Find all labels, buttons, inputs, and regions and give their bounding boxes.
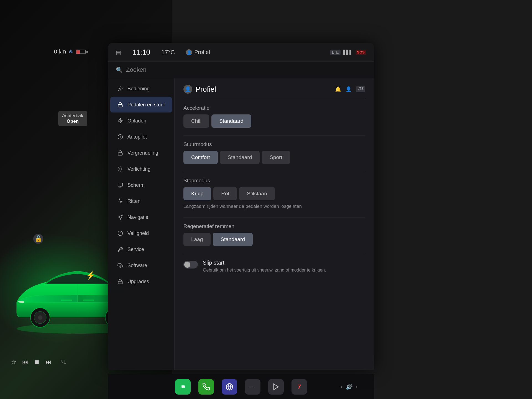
regen-btn-group: Laag Standaard [183, 233, 365, 246]
svg-line-23 [122, 167, 122, 168]
calendar-number: 7 [298, 383, 301, 390]
slip-start-row: Slip start Gebruik om het voertuig uit s… [183, 260, 365, 273]
battery-indicator [76, 50, 88, 54]
sidebar-item-veiligheid[interactable]: Veiligheid [110, 226, 172, 241]
btn-standaard-stuur[interactable]: Standaard [220, 151, 260, 164]
header-profile[interactable]: 👤 Profiel [186, 49, 210, 55]
search-placeholder: Zoeken [126, 66, 146, 73]
btn-rol[interactable]: Rol [213, 187, 237, 200]
svg-point-3 [38, 315, 42, 320]
stuurmodus-btn-group: Comfort Standaard Sport [183, 151, 365, 164]
svg-point-15 [119, 168, 121, 170]
svg-rect-14 [118, 153, 122, 155]
btn-sport[interactable]: Sport [262, 151, 290, 164]
svg-point-10 [120, 88, 121, 89]
sos-badge: SOS [355, 50, 366, 55]
achterbak-label: Achterbak [62, 113, 83, 119]
sidebar-item-service[interactable]: Service [110, 242, 172, 257]
pedalen-icon [117, 101, 124, 108]
sidebar-item-upgrades[interactable]: Upgrades [110, 274, 172, 289]
navigatie-icon [117, 214, 124, 221]
stop-icon[interactable]: ⏹ [34, 359, 40, 366]
sidebar-label-bediening: Bediening [127, 86, 150, 92]
btn-comfort[interactable]: Comfort [183, 151, 218, 164]
sidebar-label-verlichting: Verlichting [127, 166, 150, 172]
signal-bars: ▌▌▌ [343, 50, 353, 55]
regen-block: Regeneratief remmen Laag Standaard [183, 223, 365, 246]
header-profile-label: Profiel [194, 49, 210, 55]
sidebar-label-vergrendeling: Vergrendeling [127, 150, 158, 156]
volume-icon[interactable]: 🔊 [346, 383, 353, 390]
sidebar-label-navigatie: Navigatie [127, 214, 148, 220]
slip-start-title: Slip start [203, 260, 365, 266]
btn-standaard-accel[interactable]: Standaard [211, 114, 251, 128]
sidebar-item-verlichting[interactable]: Verlichting [110, 161, 172, 177]
star-icon[interactable]: ☆ [11, 359, 17, 366]
taskbar-calendar[interactable]: 7 [291, 379, 307, 395]
prev-track-icon[interactable]: ⏮ [22, 359, 28, 366]
sidebar-label-software: Software [127, 263, 147, 268]
chevron-left-icon[interactable]: ‹ [341, 384, 342, 389]
taskbar-spotify[interactable] [175, 379, 191, 395]
chevron-right-icon[interactable]: › [356, 384, 357, 389]
lte-badge: LTE [330, 50, 341, 55]
svg-rect-24 [118, 183, 123, 186]
achterbak-badge: Achterbak Open [58, 111, 87, 126]
sidebar-item-bediening[interactable]: Bediening [110, 81, 172, 96]
next-track-icon[interactable]: ⏭ [45, 359, 52, 366]
panel-header: ▤ 11:10 17°C 👤 Profiel LTE ▌▌▌ SOS [108, 43, 374, 62]
svg-point-33 [180, 383, 186, 390]
taskbar-browser[interactable] [222, 379, 237, 395]
profile-icon-large: 👤 [183, 85, 192, 94]
search-bar[interactable]: 🔍 Zoeken [108, 62, 374, 78]
sidebar-item-opladen[interactable]: Opladen [110, 113, 172, 129]
km-value: 0 km [54, 48, 66, 55]
sidebar-label-veiligheid: Veiligheid [127, 231, 149, 236]
sidebar-label-pedalen: Pedalen en stuur [127, 102, 165, 108]
svg-marker-27 [118, 215, 123, 219]
bell-icon[interactable]: 🔔 [335, 86, 341, 92]
btn-stilstaan[interactable]: Stilstaan [239, 187, 275, 200]
btn-kruip[interactable]: Kruip [183, 187, 211, 200]
sidebar-item-ritten[interactable]: Ritten [110, 193, 172, 209]
header-icon: ▤ [116, 49, 121, 56]
sidebar-item-scherm[interactable]: Scherm [110, 177, 172, 193]
profile-title: Profiel [196, 85, 216, 94]
taskbar-phone[interactable] [198, 379, 214, 395]
main-panel: ▤ 11:10 17°C 👤 Profiel LTE ▌▌▌ SOS 🔍 Zoe… [108, 43, 374, 370]
svg-rect-8 [61, 300, 72, 301]
search-icon: 🔍 [116, 66, 123, 73]
regen-label: Regeneratief remmen [183, 223, 365, 229]
sidebar-item-autopilot[interactable]: Autopilot [110, 129, 172, 145]
svg-rect-9 [83, 300, 94, 301]
profile-icons-right: 🔔 👤 LTE [335, 86, 365, 92]
software-icon [117, 262, 124, 269]
sidebar-item-software[interactable]: Software [110, 258, 172, 273]
btn-laag[interactable]: Laag [183, 233, 211, 246]
lock-icon: 🔓 [33, 234, 43, 244]
svg-line-22 [119, 170, 119, 171]
taskbar-media[interactable] [268, 379, 284, 395]
divider-2 [183, 172, 365, 172]
upgrades-icon [117, 278, 124, 285]
sidebar-label-ritten: Ritten [127, 198, 140, 204]
achterbak-status: Open [62, 119, 83, 124]
sidebar-item-vergrendeling[interactable]: Vergrendeling [110, 145, 172, 161]
taskbar-menu[interactable]: ··· [245, 379, 260, 395]
profile-settings-icon[interactable]: 👤 [346, 86, 352, 92]
sidebar-label-service: Service [127, 247, 144, 252]
header-time: 11:10 [132, 48, 150, 57]
bediening-icon [117, 85, 124, 92]
volume-controls: ‹ 🔊 › [341, 383, 357, 390]
divider-4 [183, 254, 365, 254]
btn-standaard-regen[interactable]: Standaard [213, 233, 253, 246]
stopmodus-block: Stopmodus Kruip Rol Stilstaan Langzaam r… [183, 178, 365, 210]
sidebar-item-navigatie[interactable]: Navigatie [110, 209, 172, 225]
stopmodus-label: Stopmodus [183, 178, 365, 184]
acceleratie-btn-group: Chill Standaard [183, 114, 365, 128]
opladen-icon [117, 117, 124, 124]
slip-start-toggle[interactable] [183, 261, 198, 268]
btn-chill[interactable]: Chill [183, 114, 209, 128]
sidebar-item-pedalen-stuur[interactable]: Pedalen en stuur [110, 97, 172, 112]
slip-start-desc: Gebruik om het voertuig uit sneeuw, zand… [203, 267, 365, 273]
